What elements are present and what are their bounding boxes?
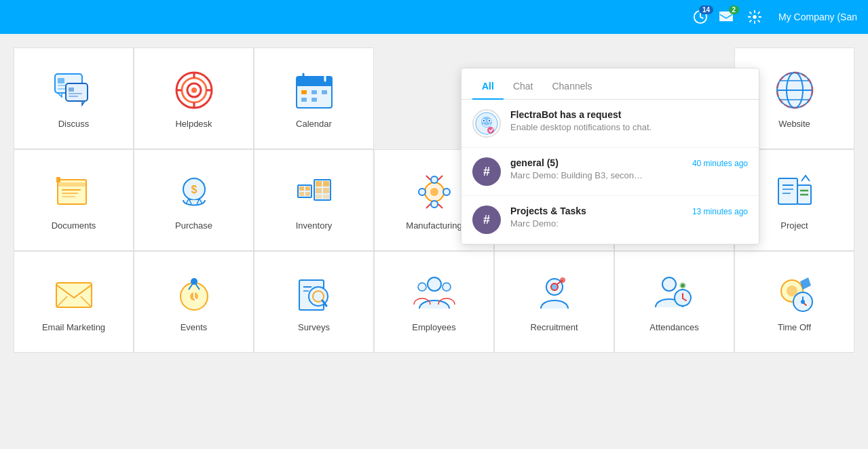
svg-rect-40 bbox=[62, 196, 75, 197]
svg-point-61 bbox=[443, 189, 450, 195]
general-msg-header: general (5) 40 minutes ago bbox=[510, 157, 748, 170]
projects-tasks-avatar: # bbox=[472, 206, 501, 234]
app-email-marketing[interactable]: Email Marketing bbox=[14, 251, 134, 353]
projects-tasks-message-body: Projects & Tasks 13 minutes ago Marc Dem… bbox=[510, 206, 748, 229]
svg-point-60 bbox=[419, 189, 426, 195]
svg-rect-52 bbox=[316, 188, 322, 193]
flectrabot-subtitle: Enable desktop notifications to chat. bbox=[510, 122, 748, 132]
messages-count-badge: 2 bbox=[729, 5, 740, 14]
app-attendances-label: Attendances bbox=[649, 322, 698, 332]
svg-point-120 bbox=[487, 127, 494, 134]
app-surveys[interactable]: Surveys bbox=[254, 251, 374, 353]
svg-point-58 bbox=[431, 176, 438, 183]
flectrabot-title: FlectraBot has a request bbox=[510, 109, 748, 120]
svg-marker-6 bbox=[58, 93, 62, 97]
svg-rect-47 bbox=[299, 192, 304, 196]
activity-count-badge: 14 bbox=[699, 5, 713, 14]
svg-rect-39 bbox=[62, 193, 78, 194]
svg-rect-8 bbox=[69, 87, 74, 92]
svg-point-19 bbox=[191, 87, 197, 93]
general-time: 40 minutes ago bbox=[692, 159, 748, 168]
app-employees[interactable]: Employees bbox=[374, 251, 494, 353]
app-manufacturing-label: Manufacturing bbox=[406, 220, 461, 231]
svg-rect-3 bbox=[58, 78, 64, 83]
svg-point-98 bbox=[442, 283, 451, 291]
app-documents[interactable]: Documents bbox=[14, 149, 134, 251]
app-purchase-label: Purchase bbox=[175, 220, 212, 231]
app-surveys-label: Surveys bbox=[298, 322, 330, 332]
svg-point-96 bbox=[428, 277, 441, 291]
svg-point-119 bbox=[489, 120, 490, 121]
svg-marker-11 bbox=[82, 101, 85, 105]
svg-text:$: $ bbox=[191, 184, 197, 195]
svg-rect-22 bbox=[297, 82, 332, 86]
svg-rect-7 bbox=[66, 83, 88, 101]
app-calendar-label: Calendar bbox=[296, 119, 332, 129]
app-recruitment-label: Recruitment bbox=[530, 322, 578, 332]
app-discuss[interactable]: Discuss bbox=[14, 47, 134, 149]
messages-dropdown: All Chat Channels FlectraB bbox=[461, 68, 759, 245]
svg-rect-45 bbox=[299, 187, 304, 191]
svg-rect-51 bbox=[323, 181, 329, 187]
svg-rect-82 bbox=[56, 283, 92, 307]
svg-point-59 bbox=[431, 201, 438, 208]
app-time-off[interactable]: Time Off bbox=[734, 251, 854, 353]
svg-rect-48 bbox=[305, 192, 310, 196]
flectrabot-avatar bbox=[472, 109, 501, 138]
svg-point-118 bbox=[483, 120, 485, 121]
svg-rect-10 bbox=[69, 96, 78, 97]
app-email-marketing-label: Email Marketing bbox=[42, 322, 105, 332]
tab-channels[interactable]: Channels bbox=[542, 77, 601, 100]
svg-rect-53 bbox=[323, 188, 329, 193]
message-item-flectrabot[interactable]: FlectraBot has a request Enable desktop … bbox=[461, 100, 759, 148]
app-inventory[interactable]: Inventory bbox=[254, 149, 374, 251]
svg-rect-28 bbox=[301, 98, 307, 102]
app-recruitment[interactable]: Recruitment bbox=[494, 251, 614, 353]
svg-point-103 bbox=[560, 277, 565, 283]
app-helpdesk[interactable]: Helpdesk bbox=[134, 47, 254, 149]
app-discuss-label: Discuss bbox=[58, 119, 90, 129]
company-name: My Company (San bbox=[778, 12, 857, 22]
projects-tasks-title: Projects & Tasks bbox=[510, 206, 586, 216]
svg-rect-75 bbox=[778, 178, 797, 204]
message-item-projects-tasks[interactable]: # Projects & Tasks 13 minutes ago Marc D… bbox=[461, 196, 759, 244]
svg-rect-37 bbox=[58, 182, 86, 187]
topbar: 14 2 My Company (San bbox=[0, 0, 868, 34]
app-project-label: Project bbox=[780, 220, 808, 231]
projects-tasks-time: 13 minutes ago bbox=[692, 207, 748, 216]
activity-button[interactable]: 14 bbox=[693, 9, 708, 24]
app-documents-label: Documents bbox=[52, 220, 96, 231]
svg-rect-41 bbox=[56, 177, 60, 182]
tab-all[interactable]: All bbox=[472, 77, 504, 100]
svg-rect-46 bbox=[305, 187, 310, 191]
message-item-general[interactable]: # general (5) 40 minutes ago Marc Demo: … bbox=[461, 148, 759, 196]
svg-rect-25 bbox=[301, 90, 307, 94]
app-events[interactable]: Events bbox=[134, 251, 254, 353]
svg-rect-38 bbox=[62, 189, 81, 191]
svg-rect-9 bbox=[69, 93, 82, 94]
svg-point-1 bbox=[753, 15, 757, 19]
app-purchase[interactable]: $ Purchase bbox=[134, 149, 254, 251]
app-employees-label: Employees bbox=[412, 322, 455, 332]
projects-tasks-msg-header: Projects & Tasks 13 minutes ago bbox=[510, 206, 748, 218]
general-message-body: general (5) 40 minutes ago Marc Demo: Bu… bbox=[510, 157, 748, 180]
svg-point-113 bbox=[801, 300, 805, 304]
svg-rect-29 bbox=[312, 98, 317, 102]
settings-button[interactable] bbox=[747, 9, 762, 24]
app-calendar[interactable]: Calendar bbox=[254, 47, 374, 149]
svg-point-104 bbox=[662, 277, 676, 291]
general-title: general (5) bbox=[510, 157, 559, 168]
tab-chat[interactable]: Chat bbox=[504, 77, 543, 100]
flectrabot-message-body: FlectraBot has a request Enable desktop … bbox=[510, 109, 748, 132]
svg-rect-50 bbox=[316, 181, 322, 187]
dropdown-tabs: All Chat Channels bbox=[461, 69, 759, 100]
svg-rect-54 bbox=[316, 195, 322, 199]
svg-point-97 bbox=[418, 283, 426, 291]
projects-tasks-subtitle: Marc Demo: bbox=[510, 218, 748, 229]
app-time-off-label: Time Off bbox=[778, 322, 811, 332]
app-inventory-label: Inventory bbox=[296, 220, 332, 231]
general-avatar: # bbox=[472, 157, 501, 186]
app-attendances[interactable]: Attendances bbox=[614, 251, 734, 353]
app-website-label: Website bbox=[778, 119, 810, 129]
messages-button[interactable]: 2 bbox=[719, 9, 734, 24]
